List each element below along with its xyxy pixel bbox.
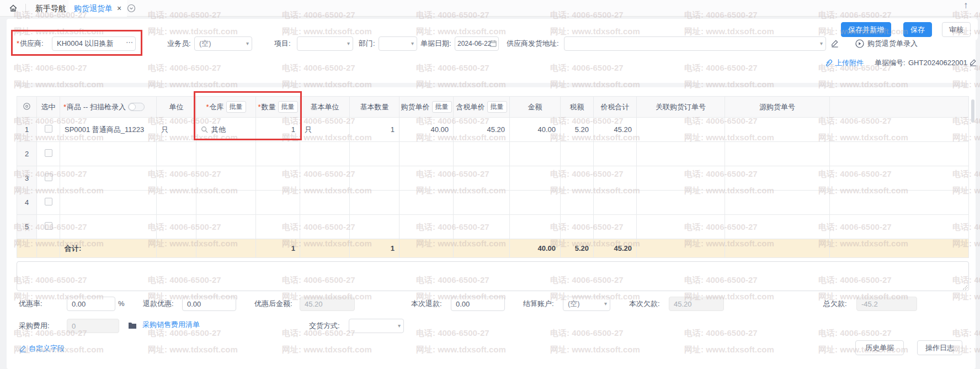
play-icon[interactable] xyxy=(855,39,864,48)
history-bills-button[interactable]: 历史单据 xyxy=(855,340,904,355)
save-and-new-button[interactable]: 保存并新增 xyxy=(841,22,891,37)
total-label: 合计: xyxy=(60,239,157,258)
row-checkbox[interactable] xyxy=(45,149,52,157)
base-unit-cell: 只 xyxy=(300,118,350,142)
chevron-down-icon: ▾ xyxy=(820,37,823,50)
select-column-header: 选中 xyxy=(37,97,60,118)
related-order-column-header: 关联购货订单号 xyxy=(637,97,725,118)
tab-beginner-nav[interactable]: 新手导航 xyxy=(30,0,72,17)
row-number: 1 xyxy=(17,118,37,142)
chevron-down-icon: ▾ xyxy=(347,37,350,50)
debt-now-label: 本次欠款: xyxy=(629,297,660,311)
salesman-label: 业务员: xyxy=(167,36,191,51)
price-cell[interactable]: 40.00 xyxy=(400,118,454,142)
tab-purchase-return[interactable]: 购货退货单× xyxy=(68,0,127,17)
warehouse-column-header: *仓库批量 xyxy=(196,97,256,118)
bill-no-label: 单据编号: xyxy=(875,58,906,68)
audit-button[interactable]: 审核 xyxy=(942,22,971,37)
row-checkbox[interactable] xyxy=(45,125,52,133)
total-column-header: 价税合计 xyxy=(594,97,637,118)
tax-price-cell[interactable]: 45.20 xyxy=(454,118,510,142)
supplier-address-label: 供应商发货地址: xyxy=(507,36,559,51)
resize-grip[interactable] xyxy=(962,284,968,290)
warehouse-batch-button[interactable]: 批量 xyxy=(226,101,246,113)
bill-no-value: GHT20240622001 xyxy=(908,58,967,68)
amount-after-discount-label: 优惠后金额: xyxy=(254,297,292,311)
total-amount: 40.00 xyxy=(510,239,561,258)
settlement-account-select[interactable]: (空) ▾ xyxy=(563,297,610,311)
delivery-method-select[interactable]: ▾ xyxy=(349,319,404,333)
settlement-account-label: 结算账户: xyxy=(523,297,554,311)
items-table: 选中 *商品 -- 扫描枪录入 单位 *仓库批量 *数量批量 基本单位 基本数量… xyxy=(17,96,969,258)
total-base-qty: 1 xyxy=(350,239,400,258)
remarks-textarea[interactable] xyxy=(17,261,969,291)
edit-icon xyxy=(19,345,26,352)
bill-date-input[interactable]: 2024-06-22 xyxy=(455,36,499,51)
discount-rate-input[interactable] xyxy=(67,297,115,311)
product-cell[interactable] xyxy=(60,215,157,239)
gear-icon[interactable] xyxy=(23,102,31,110)
paperclip-icon[interactable] xyxy=(824,59,833,67)
unit-cell[interactable]: 只 xyxy=(157,118,196,142)
project-select[interactable]: ▾ xyxy=(297,36,353,51)
delivery-method-label: 交货方式: xyxy=(309,319,340,333)
edit-icon[interactable] xyxy=(830,39,839,48)
total-cell: 45.20 xyxy=(594,118,637,142)
entry-guide-label[interactable]: 购货退货单录入 xyxy=(867,36,918,51)
department-label: 部门: xyxy=(359,36,375,51)
price-batch-button[interactable]: 批量 xyxy=(432,101,452,113)
horizontal-scrollbar[interactable] xyxy=(17,83,969,87)
vertical-scrollbar[interactable] xyxy=(971,99,974,123)
search-icon[interactable] xyxy=(201,126,208,133)
upload-attachment-link[interactable]: 上传附件 xyxy=(835,58,864,68)
supplier-input[interactable] xyxy=(52,36,136,51)
tab-label: 新手导航 xyxy=(35,4,66,13)
debt-now-input xyxy=(669,297,724,311)
operation-log-button[interactable]: 操作日志 xyxy=(917,340,962,355)
row-checkbox[interactable] xyxy=(45,198,52,205)
percent-suffix: % xyxy=(118,297,125,311)
discount-rate-label: 优惠率: xyxy=(19,297,42,311)
bill-date-value: 2024-06-22 xyxy=(457,40,491,48)
salesman-select[interactable]: (空) ▾ xyxy=(194,36,252,51)
product-cell[interactable]: SP0001 普通商品_11223 xyxy=(60,118,157,142)
refund-discount-input[interactable] xyxy=(182,297,236,311)
home-icon[interactable] xyxy=(9,4,18,13)
tab-close-icon[interactable]: × xyxy=(117,4,121,13)
product-cell[interactable] xyxy=(60,166,157,191)
product-cell[interactable] xyxy=(60,191,157,215)
table-row: 5 xyxy=(17,215,969,239)
folder-icon[interactable] xyxy=(128,321,137,329)
supplier-more-icon[interactable]: ⋯ xyxy=(126,35,134,50)
refund-now-input[interactable] xyxy=(451,297,505,311)
row-checkbox[interactable] xyxy=(45,222,52,230)
tax-price-batch-button[interactable]: 批量 xyxy=(487,101,507,113)
tax-price-column-header: 含税单价批量 xyxy=(454,97,510,118)
qty-cell[interactable]: 1 xyxy=(256,118,300,142)
calendar-icon[interactable] xyxy=(489,40,497,47)
tab-list-dropdown-icon[interactable] xyxy=(127,4,136,13)
empty-column-header xyxy=(830,97,969,118)
related-order-cell[interactable] xyxy=(637,118,725,142)
save-button[interactable]: 保存 xyxy=(903,22,932,37)
column-settings-header[interactable] xyxy=(17,97,37,118)
qty-batch-button[interactable]: 批量 xyxy=(278,101,298,113)
bill-date-label: 单据日期: xyxy=(420,36,451,51)
price-column-header: 购货单价批量 xyxy=(400,97,454,118)
purchase-fee-list-link[interactable]: 采购销售费用清单 xyxy=(142,320,200,330)
total-qty: 1 xyxy=(256,239,300,258)
table-total-row: 合计: 1 1 40.00 5.20 45.20 xyxy=(17,239,969,258)
purchase-fee-input xyxy=(67,319,119,333)
custom-fields-link[interactable]: 自定义字段 xyxy=(29,344,65,354)
scan-gun-toggle[interactable] xyxy=(128,103,145,111)
row-checkbox[interactable] xyxy=(45,173,52,181)
row-select-cell xyxy=(37,166,60,191)
supplier-address-select[interactable]: ▾ xyxy=(564,36,826,51)
department-select[interactable]: ▾ xyxy=(379,36,417,51)
edit-icon[interactable] xyxy=(969,59,977,66)
refund-now-label: 本次退款: xyxy=(411,297,442,311)
scroll-top-icon[interactable]: ↑ xyxy=(963,0,968,13)
chevron-down-icon: ▾ xyxy=(246,37,249,50)
product-cell[interactable] xyxy=(60,142,157,166)
warehouse-cell[interactable]: 其他 xyxy=(196,118,256,142)
